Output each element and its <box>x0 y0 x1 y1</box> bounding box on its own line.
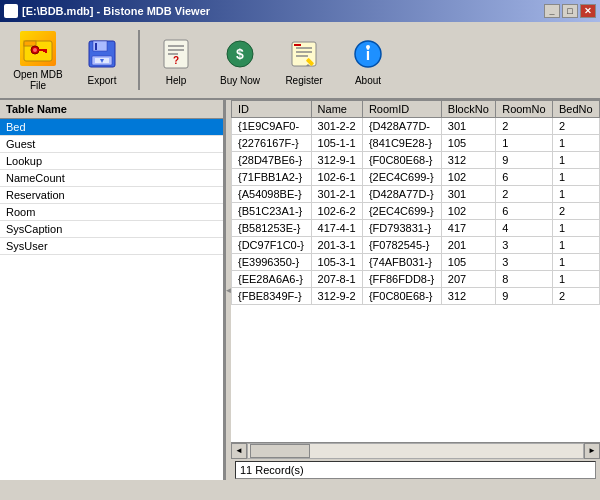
table-item[interactable]: SysCaption <box>0 221 223 238</box>
open-mdb-icon <box>20 31 56 66</box>
horizontal-scrollbar[interactable]: ◄ ► <box>231 442 600 458</box>
register-icon <box>286 36 322 72</box>
register-label: Register <box>285 75 322 86</box>
svg-rect-1 <box>24 41 36 46</box>
table-cell: 417 <box>441 220 495 237</box>
table-cell: {2276167F-} <box>232 135 312 152</box>
table-row[interactable]: {E3996350-}105-3-1{74AFB031-}10531 <box>232 254 600 271</box>
help-icon: ? <box>158 36 194 72</box>
column-header: RoomID <box>362 101 441 118</box>
table-cell: 312 <box>441 288 495 305</box>
about-label: About <box>355 75 381 86</box>
toolbar: Open MDB File Export <box>0 22 600 100</box>
table-item[interactable]: Guest <box>0 136 223 153</box>
table-cell: {FF86FDD8-} <box>362 271 441 288</box>
table-row[interactable]: {B51C23A1-}102-6-2{2EC4C699-}10262 <box>232 203 600 220</box>
table-item[interactable]: Room <box>0 204 223 221</box>
buy-now-label: Buy Now <box>220 75 260 86</box>
table-cell: 207-8-1 <box>311 271 362 288</box>
table-cell: {B581253E-} <box>232 220 312 237</box>
table-cell: 3 <box>496 254 553 271</box>
right-panel: IDNameRoomIDBlockNoRoomNoBedNo{1E9C9AF0-… <box>231 100 600 480</box>
maximize-button[interactable]: □ <box>562 4 578 18</box>
table-cell: {FBE8349F-} <box>232 288 312 305</box>
close-button[interactable]: ✕ <box>580 4 596 18</box>
table-cell: 2 <box>552 118 599 135</box>
title-bar-title: [E:\BDB.mdb] - Bistone MDB Viewer <box>22 5 210 17</box>
table-cell: 9 <box>496 288 553 305</box>
table-item[interactable]: NameCount <box>0 170 223 187</box>
table-cell: {74AFB031-} <box>362 254 441 271</box>
table-cell: {841C9E28-} <box>362 135 441 152</box>
scroll-left-button[interactable]: ◄ <box>231 443 247 459</box>
table-cell: 207 <box>441 271 495 288</box>
scroll-right-button[interactable]: ► <box>584 443 600 459</box>
column-header: Name <box>311 101 362 118</box>
table-cell: {1E9C9AF0- <box>232 118 312 135</box>
table-cell: 9 <box>496 152 553 169</box>
svg-rect-6 <box>45 49 47 53</box>
minimize-button[interactable]: _ <box>544 4 560 18</box>
table-cell: 1 <box>552 220 599 237</box>
table-cell: 301 <box>441 118 495 135</box>
status-bar: 11 Record(s) <box>231 458 600 480</box>
table-cell: 312 <box>441 152 495 169</box>
table-row[interactable]: {1E9C9AF0-301-2-2{D428A77D-30122 <box>232 118 600 135</box>
scrollbar-thumb[interactable] <box>250 444 310 458</box>
table-cell: 8 <box>496 271 553 288</box>
scrollbar-track[interactable] <box>247 443 584 459</box>
table-cell: 2 <box>552 203 599 220</box>
table-row[interactable]: {2276167F-}105-1-1{841C9E28-}10511 <box>232 135 600 152</box>
table-item[interactable]: Bed <box>0 119 223 136</box>
column-header: BedNo <box>552 101 599 118</box>
export-label: Export <box>88 75 117 86</box>
buy-now-icon: $ <box>222 36 258 72</box>
toolbar-sep-1 <box>138 30 140 90</box>
title-bar: [E:\BDB.mdb] - Bistone MDB Viewer _ □ ✕ <box>0 0 600 22</box>
table-row[interactable]: {FBE8349F-}312-9-2{F0C80E68-}31292 <box>232 288 600 305</box>
table-row[interactable]: {71FBB1A2-}102-6-1{2EC4C699-}10261 <box>232 169 600 186</box>
table-row[interactable]: {B581253E-}417-4-1{FD793831-}41741 <box>232 220 600 237</box>
table-cell: 1 <box>552 237 599 254</box>
table-cell: 102-6-2 <box>311 203 362 220</box>
table-row[interactable]: {A54098BE-}301-2-1{D428A77D-}30121 <box>232 186 600 203</box>
export-icon <box>84 36 120 72</box>
table-cell: 201 <box>441 237 495 254</box>
table-cell: 312-9-1 <box>311 152 362 169</box>
table-cell: 1 <box>552 135 599 152</box>
data-grid-container[interactable]: IDNameRoomIDBlockNoRoomNoBedNo{1E9C9AF0-… <box>231 100 600 442</box>
table-cell: 1 <box>552 254 599 271</box>
table-row[interactable]: {DC97F1C0-}201-3-1{F0782545-}20131 <box>232 237 600 254</box>
table-cell: 301-2-2 <box>311 118 362 135</box>
svg-rect-9 <box>95 43 97 50</box>
column-header: RoomNo <box>496 101 553 118</box>
register-button[interactable]: Register <box>274 26 334 94</box>
buy-now-button[interactable]: $ Buy Now <box>210 26 270 94</box>
table-cell: 2 <box>496 118 553 135</box>
table-cell: {71FBB1A2-} <box>232 169 312 186</box>
svg-text:?: ? <box>173 55 179 66</box>
help-button[interactable]: ? Help <box>146 26 206 94</box>
table-cell: 2 <box>552 288 599 305</box>
table-row[interactable]: {28D47BE6-}312-9-1{F0C80E68-}31291 <box>232 152 600 169</box>
table-cell: 102-6-1 <box>311 169 362 186</box>
open-mdb-button[interactable]: Open MDB File <box>8 26 68 94</box>
table-cell: 105-3-1 <box>311 254 362 271</box>
table-cell: {F0782545-} <box>362 237 441 254</box>
table-cell: 105-1-1 <box>311 135 362 152</box>
table-cell: 1 <box>552 169 599 186</box>
svg-rect-24 <box>294 44 301 46</box>
table-cell: {A54098BE-} <box>232 186 312 203</box>
table-row[interactable]: {EE28A6A6-}207-8-1{FF86FDD8-}20781 <box>232 271 600 288</box>
table-cell: 6 <box>496 169 553 186</box>
table-item[interactable]: SysUser <box>0 238 223 255</box>
table-item[interactable]: Lookup <box>0 153 223 170</box>
table-item[interactable]: Reservation <box>0 187 223 204</box>
table-cell: 4 <box>496 220 553 237</box>
export-button[interactable]: Export <box>72 26 132 94</box>
svg-point-3 <box>33 48 37 52</box>
about-button[interactable]: i About <box>338 26 398 94</box>
table-name-header: Table Name <box>0 100 223 119</box>
table-cell: 1 <box>552 271 599 288</box>
table-cell: {D428A77D- <box>362 118 441 135</box>
